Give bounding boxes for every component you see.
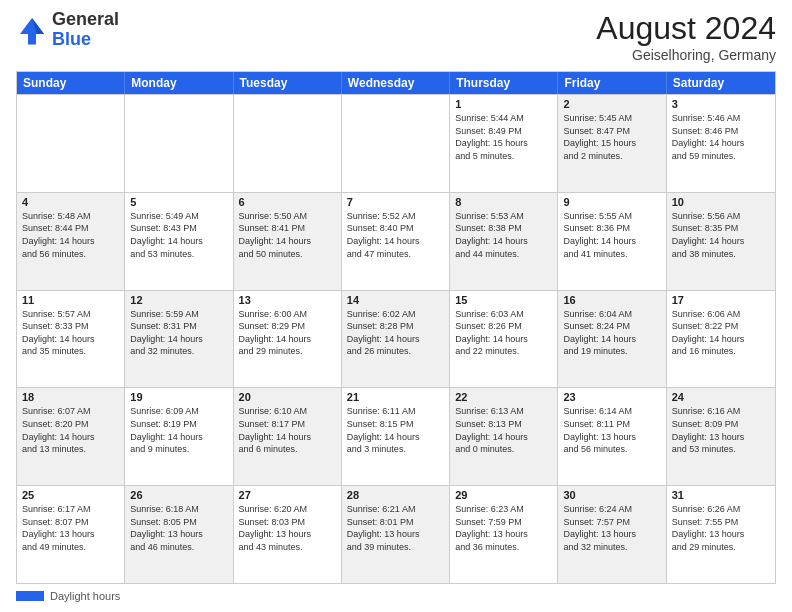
calendar-row-2: 4Sunrise: 5:48 AMSunset: 8:44 PMDaylight… (17, 192, 775, 290)
day-number: 17 (672, 294, 770, 306)
day-cell-2: 2Sunrise: 5:45 AMSunset: 8:47 PMDaylight… (558, 95, 666, 192)
day-number: 13 (239, 294, 336, 306)
day-number: 3 (672, 98, 770, 110)
weekday-header-wednesday: Wednesday (342, 72, 450, 94)
day-cell-28: 28Sunrise: 6:21 AMSunset: 8:01 PMDayligh… (342, 486, 450, 583)
day-info: Sunrise: 6:23 AMSunset: 7:59 PMDaylight:… (455, 503, 552, 553)
logo-general: General (52, 9, 119, 29)
weekday-header-monday: Monday (125, 72, 233, 94)
day-info: Sunrise: 5:52 AMSunset: 8:40 PMDaylight:… (347, 210, 444, 260)
day-cell-22: 22Sunrise: 6:13 AMSunset: 8:13 PMDayligh… (450, 388, 558, 485)
day-number: 30 (563, 489, 660, 501)
day-info: Sunrise: 6:09 AMSunset: 8:19 PMDaylight:… (130, 405, 227, 455)
day-number: 11 (22, 294, 119, 306)
day-number: 26 (130, 489, 227, 501)
day-number: 16 (563, 294, 660, 306)
day-number: 6 (239, 196, 336, 208)
day-cell-3: 3Sunrise: 5:46 AMSunset: 8:46 PMDaylight… (667, 95, 775, 192)
day-info: Sunrise: 6:10 AMSunset: 8:17 PMDaylight:… (239, 405, 336, 455)
day-number: 22 (455, 391, 552, 403)
day-info: Sunrise: 6:18 AMSunset: 8:05 PMDaylight:… (130, 503, 227, 553)
day-cell-10: 10Sunrise: 5:56 AMSunset: 8:35 PMDayligh… (667, 193, 775, 290)
day-cell-30: 30Sunrise: 6:24 AMSunset: 7:57 PMDayligh… (558, 486, 666, 583)
logo-icon (16, 14, 48, 46)
day-cell-16: 16Sunrise: 6:04 AMSunset: 8:24 PMDayligh… (558, 291, 666, 388)
day-info: Sunrise: 6:00 AMSunset: 8:29 PMDaylight:… (239, 308, 336, 358)
day-number: 2 (563, 98, 660, 110)
logo-text: General Blue (52, 10, 119, 50)
day-info: Sunrise: 5:57 AMSunset: 8:33 PMDaylight:… (22, 308, 119, 358)
day-number: 10 (672, 196, 770, 208)
day-number: 15 (455, 294, 552, 306)
day-info: Sunrise: 6:17 AMSunset: 8:07 PMDaylight:… (22, 503, 119, 553)
day-number: 21 (347, 391, 444, 403)
empty-cell-0-1 (125, 95, 233, 192)
day-number: 25 (22, 489, 119, 501)
day-number: 23 (563, 391, 660, 403)
day-info: Sunrise: 6:13 AMSunset: 8:13 PMDaylight:… (455, 405, 552, 455)
day-cell-17: 17Sunrise: 6:06 AMSunset: 8:22 PMDayligh… (667, 291, 775, 388)
weekday-header-tuesday: Tuesday (234, 72, 342, 94)
day-cell-6: 6Sunrise: 5:50 AMSunset: 8:41 PMDaylight… (234, 193, 342, 290)
header: General Blue August 2024 Geiselhoring, G… (16, 10, 776, 63)
day-cell-26: 26Sunrise: 6:18 AMSunset: 8:05 PMDayligh… (125, 486, 233, 583)
weekday-header-thursday: Thursday (450, 72, 558, 94)
day-cell-31: 31Sunrise: 6:26 AMSunset: 7:55 PMDayligh… (667, 486, 775, 583)
month-year: August 2024 (596, 10, 776, 47)
day-info: Sunrise: 6:24 AMSunset: 7:57 PMDaylight:… (563, 503, 660, 553)
page: General Blue August 2024 Geiselhoring, G… (0, 0, 792, 612)
day-info: Sunrise: 6:16 AMSunset: 8:09 PMDaylight:… (672, 405, 770, 455)
day-number: 20 (239, 391, 336, 403)
day-number: 8 (455, 196, 552, 208)
day-number: 14 (347, 294, 444, 306)
day-cell-4: 4Sunrise: 5:48 AMSunset: 8:44 PMDaylight… (17, 193, 125, 290)
footer: Daylight hours (16, 590, 776, 602)
legend-label: Daylight hours (50, 590, 120, 602)
day-cell-11: 11Sunrise: 5:57 AMSunset: 8:33 PMDayligh… (17, 291, 125, 388)
day-info: Sunrise: 6:20 AMSunset: 8:03 PMDaylight:… (239, 503, 336, 553)
weekday-header-sunday: Sunday (17, 72, 125, 94)
day-info: Sunrise: 6:26 AMSunset: 7:55 PMDaylight:… (672, 503, 770, 553)
day-info: Sunrise: 6:11 AMSunset: 8:15 PMDaylight:… (347, 405, 444, 455)
logo: General Blue (16, 10, 119, 50)
day-info: Sunrise: 5:48 AMSunset: 8:44 PMDaylight:… (22, 210, 119, 260)
day-cell-9: 9Sunrise: 5:55 AMSunset: 8:36 PMDaylight… (558, 193, 666, 290)
day-cell-20: 20Sunrise: 6:10 AMSunset: 8:17 PMDayligh… (234, 388, 342, 485)
empty-cell-0-0 (17, 95, 125, 192)
weekday-header-saturday: Saturday (667, 72, 775, 94)
day-number: 5 (130, 196, 227, 208)
calendar-row-4: 18Sunrise: 6:07 AMSunset: 8:20 PMDayligh… (17, 387, 775, 485)
day-number: 29 (455, 489, 552, 501)
calendar-row-5: 25Sunrise: 6:17 AMSunset: 8:07 PMDayligh… (17, 485, 775, 583)
day-info: Sunrise: 6:06 AMSunset: 8:22 PMDaylight:… (672, 308, 770, 358)
day-info: Sunrise: 5:46 AMSunset: 8:46 PMDaylight:… (672, 112, 770, 162)
title-block: August 2024 Geiselhoring, Germany (596, 10, 776, 63)
day-cell-5: 5Sunrise: 5:49 AMSunset: 8:43 PMDaylight… (125, 193, 233, 290)
day-number: 24 (672, 391, 770, 403)
day-number: 1 (455, 98, 552, 110)
day-info: Sunrise: 5:50 AMSunset: 8:41 PMDaylight:… (239, 210, 336, 260)
day-info: Sunrise: 5:55 AMSunset: 8:36 PMDaylight:… (563, 210, 660, 260)
calendar-row-1: 1Sunrise: 5:44 AMSunset: 8:49 PMDaylight… (17, 94, 775, 192)
day-cell-18: 18Sunrise: 6:07 AMSunset: 8:20 PMDayligh… (17, 388, 125, 485)
day-cell-23: 23Sunrise: 6:14 AMSunset: 8:11 PMDayligh… (558, 388, 666, 485)
day-cell-19: 19Sunrise: 6:09 AMSunset: 8:19 PMDayligh… (125, 388, 233, 485)
day-number: 27 (239, 489, 336, 501)
day-number: 4 (22, 196, 119, 208)
day-number: 28 (347, 489, 444, 501)
day-number: 7 (347, 196, 444, 208)
day-cell-12: 12Sunrise: 5:59 AMSunset: 8:31 PMDayligh… (125, 291, 233, 388)
day-info: Sunrise: 5:56 AMSunset: 8:35 PMDaylight:… (672, 210, 770, 260)
logo-blue: Blue (52, 29, 91, 49)
day-info: Sunrise: 5:49 AMSunset: 8:43 PMDaylight:… (130, 210, 227, 260)
day-info: Sunrise: 6:04 AMSunset: 8:24 PMDaylight:… (563, 308, 660, 358)
calendar: SundayMondayTuesdayWednesdayThursdayFrid… (16, 71, 776, 584)
day-number: 19 (130, 391, 227, 403)
day-info: Sunrise: 6:02 AMSunset: 8:28 PMDaylight:… (347, 308, 444, 358)
day-cell-25: 25Sunrise: 6:17 AMSunset: 8:07 PMDayligh… (17, 486, 125, 583)
day-cell-29: 29Sunrise: 6:23 AMSunset: 7:59 PMDayligh… (450, 486, 558, 583)
legend-bar (16, 591, 44, 601)
day-info: Sunrise: 6:14 AMSunset: 8:11 PMDaylight:… (563, 405, 660, 455)
day-info: Sunrise: 6:21 AMSunset: 8:01 PMDaylight:… (347, 503, 444, 553)
day-number: 31 (672, 489, 770, 501)
